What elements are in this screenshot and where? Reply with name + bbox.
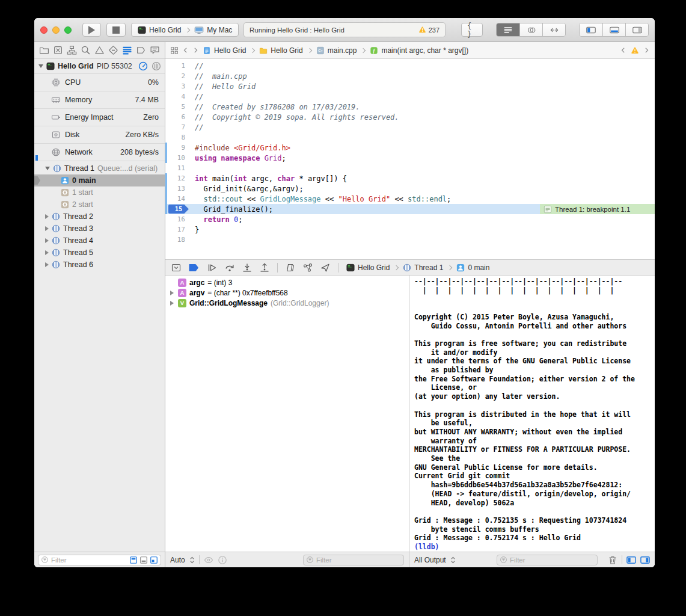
disclosure-triangle[interactable] — [45, 250, 49, 255]
code-line[interactable]: 13 Grid_init(&argc,&argv); — [165, 183, 655, 194]
code-line[interactable]: 3// Hello Grid — [165, 81, 655, 91]
code-line[interactable]: 14 std::cout << GridLogMessage << "Hello… — [165, 194, 655, 204]
find-navigator-icon[interactable] — [81, 45, 91, 55]
standard-editor-button[interactable] — [497, 23, 519, 36]
thread-row[interactable]: Thread 5 — [34, 247, 165, 259]
code-line[interactable]: 16 return 0; — [165, 214, 655, 224]
show-debug-symbols-icon[interactable] — [150, 556, 158, 564]
warning-icon[interactable] — [631, 46, 639, 55]
performance-gauge-icon[interactable] — [138, 61, 148, 71]
toggle-navigator-button[interactable] — [580, 23, 602, 36]
code-line[interactable]: 8 — [165, 132, 655, 143]
simulate-location-button[interactable] — [320, 263, 330, 273]
code-line[interactable]: 6// Copyright © 2019 sopa. All rights re… — [165, 112, 655, 122]
code-line[interactable]: 4// — [165, 91, 655, 102]
thread-row[interactable]: Thread 2 — [34, 211, 165, 223]
disclosure-triangle[interactable] — [45, 226, 49, 231]
breadcrumb-item[interactable]: Thread 1 — [403, 263, 443, 272]
thread-row[interactable]: Thread 3 — [34, 223, 165, 235]
line-number-gutter[interactable]: 15 — [167, 205, 189, 214]
gauge-row-network[interactable]: Network 208 bytes/s — [34, 143, 165, 161]
code-line[interactable]: 7// — [165, 122, 655, 132]
breadcrumb-item[interactable]: fmain(int argc, char * argv[]) — [370, 46, 468, 55]
source-control-navigator-icon[interactable] — [53, 45, 63, 55]
breakpoint-annotation[interactable]: Thread 1: breakpoint 1.1 — [540, 204, 655, 214]
disclosure-triangle[interactable] — [45, 167, 50, 170]
forward-button[interactable] — [192, 47, 199, 54]
disclosure-triangle[interactable] — [45, 238, 49, 243]
code-line[interactable]: 18 — [165, 235, 655, 245]
console-filter-field[interactable] — [497, 555, 598, 565]
line-number-gutter[interactable]: 8 — [167, 134, 189, 141]
project-navigator-icon[interactable] — [39, 45, 49, 55]
stop-button[interactable] — [106, 23, 126, 37]
line-number-gutter[interactable]: 11 — [167, 164, 189, 172]
scheme-selector[interactable]: Hello Grid My Mac — [131, 23, 239, 37]
run-button[interactable] — [82, 23, 101, 37]
thread-row[interactable]: Thread 4 — [34, 235, 165, 247]
show-crashed-threads-icon[interactable] — [129, 556, 138, 564]
code-line[interactable]: 10using namespace Grid; — [165, 153, 655, 163]
quick-look-icon[interactable] — [204, 555, 213, 565]
debug-navigator-icon[interactable] — [122, 45, 132, 55]
disclosure-triangle[interactable] — [170, 291, 174, 295]
code-line[interactable]: 9#include <Grid/Grid.h> — [165, 143, 655, 153]
line-number-gutter[interactable]: 4 — [167, 93, 189, 100]
line-number-gutter[interactable]: 17 — [167, 226, 189, 233]
sidebar-filter-input[interactable] — [51, 556, 124, 564]
next-issue-button[interactable] — [643, 47, 650, 54]
assistant-editor-button[interactable] — [519, 23, 542, 36]
breakpoint-badge[interactable]: 15 — [168, 205, 189, 214]
back-button[interactable] — [182, 47, 189, 54]
toggle-debug-area-button[interactable] — [602, 23, 625, 36]
thread-row[interactable]: Thread 1Queue:...d (serial) — [34, 162, 165, 174]
breakpoints-toggle-button[interactable] — [189, 263, 200, 272]
source-editor[interactable]: 1//2// main.cpp3// Hello Grid4//5// Crea… — [165, 59, 655, 259]
disclosure-triangle[interactable] — [45, 262, 49, 267]
line-number-gutter[interactable]: 2 — [167, 72, 189, 80]
close-window-button[interactable] — [40, 26, 47, 34]
line-number-gutter[interactable]: 6 — [167, 113, 189, 121]
issues-navigator-icon[interactable] — [94, 45, 105, 55]
code-line[interactable]: 17} — [165, 224, 655, 235]
disclosure-triangle[interactable] — [45, 214, 49, 219]
code-line[interactable]: 11 — [165, 163, 655, 173]
breadcrumb-item[interactable]: 0 main — [456, 263, 489, 272]
stepper-icon[interactable] — [450, 556, 456, 564]
hide-debug-area-button[interactable] — [171, 263, 181, 273]
gauge-row-cpu[interactable]: CPU 0% — [34, 73, 165, 91]
thread-view-icon[interactable] — [152, 61, 161, 71]
library-button[interactable]: { } — [461, 23, 483, 37]
related-items-icon[interactable] — [170, 46, 179, 55]
scope-selector[interactable]: Auto — [170, 556, 185, 564]
breadcrumb-item[interactable]: Hello Grid — [259, 46, 302, 55]
gauge-row-disk[interactable]: Disk Zero KB/s — [34, 126, 165, 143]
step-into-button[interactable] — [242, 263, 252, 273]
version-editor-button[interactable] — [542, 23, 565, 36]
warning-count-badge[interactable]: 237 — [418, 26, 439, 34]
code-line[interactable]: 2// main.cpp — [165, 71, 655, 81]
symbols-navigator-icon[interactable] — [67, 45, 77, 55]
stack-frame-row[interactable]: 0 main — [34, 174, 165, 186]
sidebar-filter-field[interactable] — [38, 555, 161, 565]
gauge-row-energy-impact[interactable]: Energy Impact Zero — [34, 108, 165, 126]
toggle-inspectors-button[interactable] — [625, 23, 648, 36]
info-icon[interactable] — [218, 555, 227, 565]
toggle-variables-view-icon[interactable] — [626, 555, 636, 565]
line-number-gutter[interactable]: 5 — [167, 103, 189, 111]
stack-frame-row[interactable]: 1 start — [34, 186, 165, 199]
reports-navigator-icon[interactable] — [150, 45, 160, 55]
minimize-window-button[interactable] — [52, 26, 60, 34]
line-number-gutter[interactable]: 7 — [167, 123, 189, 131]
activity-viewer[interactable]: Running Hello Grid : Hello Grid 237 — [243, 22, 446, 37]
output-scope-selector[interactable]: All Output — [414, 556, 446, 564]
code-line[interactable]: 12int main(int argc, char * argv[]) { — [165, 173, 655, 183]
variable-row[interactable]: V Grid::GridLogMessage (Grid::GridLogger… — [165, 298, 409, 308]
trash-icon[interactable] — [608, 555, 617, 565]
line-number-gutter[interactable]: 9 — [167, 144, 189, 152]
line-number-gutter[interactable]: 13 — [167, 185, 189, 192]
show-running-blocks-icon[interactable] — [139, 556, 148, 564]
variable-row[interactable]: A argv = (char **) 0x7ffeefbff568 — [165, 288, 409, 298]
zoom-window-button[interactable] — [64, 26, 72, 34]
previous-issue-button[interactable] — [620, 47, 626, 54]
